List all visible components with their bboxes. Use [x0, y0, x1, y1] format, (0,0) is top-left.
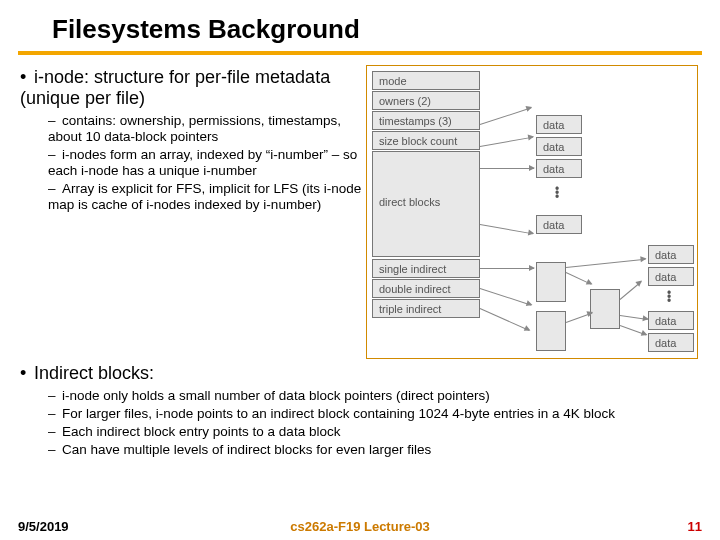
sub-bullet: –Array is explicit for FFS, implicit for…	[48, 181, 368, 213]
arrow-icon	[566, 272, 592, 285]
diag-mode: mode	[372, 71, 480, 90]
diag-direct: direct blocks	[372, 151, 480, 257]
arrow-icon	[480, 107, 532, 125]
footer-center: cs262a-F19 Lecture-03	[0, 519, 720, 534]
inode-diagram: mode owners (2) timestamps (3) size bloc…	[368, 67, 698, 357]
below-section: •Indirect blocks: –i-node only holds a s…	[0, 357, 720, 458]
diag-data: data	[648, 245, 694, 264]
diag-single: single indirect	[372, 259, 480, 278]
diag-owners: owners (2)	[372, 91, 480, 110]
sub-bullet: –contains: ownership, permissions, times…	[48, 113, 368, 145]
sub-bullet: –i-nodes form an array, indexed by “i-nu…	[48, 147, 368, 179]
sub-bullet: –Each indirect block entry points to a d…	[48, 424, 700, 440]
diag-data: data	[536, 159, 582, 178]
diag-data: data	[536, 115, 582, 134]
diag-indirect-block	[590, 289, 620, 329]
diag-data: data	[536, 215, 582, 234]
diagram-column: mode owners (2) timestamps (3) size bloc…	[368, 63, 698, 357]
diag-indirect-block	[536, 311, 566, 351]
sub-bullet: –For larger files, i-node points to an i…	[48, 406, 700, 422]
diag-triple: triple indirect	[372, 299, 480, 318]
bullet-indirect-text: Indirect blocks:	[34, 363, 154, 383]
sub-bullet-text: i-node only holds a small number of data…	[62, 388, 490, 403]
left-column: •i-node: structure for per-file metadata…	[20, 63, 368, 357]
sub-bullet-text: For larger files, i-node points to an in…	[62, 406, 615, 421]
diag-indirect-block	[536, 262, 566, 302]
dots-icon: •••	[667, 291, 671, 303]
arrow-icon	[480, 168, 534, 169]
diag-data: data	[648, 267, 694, 286]
arrow-icon	[480, 224, 533, 234]
arrow-icon	[566, 312, 593, 323]
diag-timestamps: timestamps (3)	[372, 111, 480, 130]
diag-data: data	[536, 137, 582, 156]
diag-data: data	[648, 333, 694, 352]
sub-bullet-text: Can have multiple levels of indirect blo…	[62, 442, 431, 457]
arrow-icon	[480, 268, 534, 269]
sub-bullet-text: Each indirect block entry points to a da…	[62, 424, 340, 439]
title-underline	[18, 51, 702, 55]
bullet-inode: •i-node: structure for per-file metadata…	[20, 67, 368, 109]
bullet-indirect: •Indirect blocks:	[20, 363, 700, 384]
arrow-icon	[620, 315, 648, 320]
sub-bullet-text: Array is explicit for FFS, implicit for …	[48, 181, 361, 212]
diag-double: double indirect	[372, 279, 480, 298]
arrow-icon	[480, 137, 533, 147]
dots-icon: •••	[555, 187, 559, 199]
arrow-icon	[620, 325, 647, 336]
arrow-icon	[620, 281, 642, 300]
footer: 9/5/2019 cs262a-F19 Lecture-03 11	[0, 519, 720, 534]
diag-data: data	[648, 311, 694, 330]
arrow-icon	[480, 288, 532, 306]
sub-bullet-text: i-nodes form an array, indexed by “i-num…	[48, 147, 357, 178]
sub-bullet: –Can have multiple levels of indirect bl…	[48, 442, 700, 458]
sub-bullet: –i-node only holds a small number of dat…	[48, 388, 700, 404]
bullet-inode-text: i-node: structure for per-file metadata …	[20, 67, 330, 108]
slide-title: Filesystems Background	[0, 0, 720, 49]
sub-bullet-text: contains: ownership, permissions, timest…	[48, 113, 341, 144]
diag-size: size block count	[372, 131, 480, 150]
arrow-icon	[480, 308, 530, 331]
arrow-icon	[566, 259, 646, 268]
